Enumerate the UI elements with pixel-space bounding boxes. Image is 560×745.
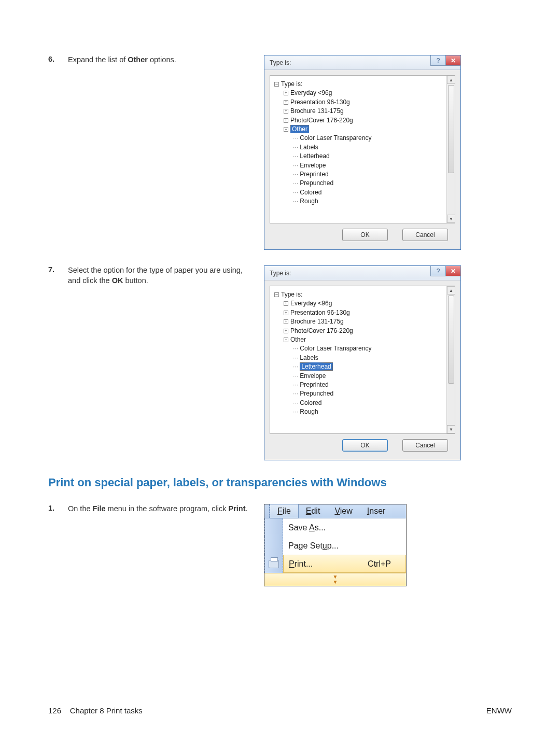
scrollbar[interactable]: ▲ ▼ <box>446 286 455 433</box>
tree-item-envelope[interactable]: ··· Envelope <box>274 372 453 381</box>
tree-item-presentation[interactable]: +Presentation 96-130g <box>274 98 453 107</box>
menubar-grip-icon[interactable] <box>264 504 270 518</box>
footer-right: ENWW <box>486 706 512 715</box>
menu-icon-slot <box>264 555 283 573</box>
tree-item-presentation[interactable]: +Presentation 96-130g <box>274 308 453 317</box>
collapse-icon[interactable]: − <box>274 292 279 297</box>
type-is-dialog-expanded-other: Type is: ? ✕ −Type is: +Everyday <96g +P… <box>264 55 461 250</box>
step-7: 7. Select the option for the type of pap… <box>48 265 249 286</box>
menubar: File Edit View Inser <box>264 504 406 518</box>
menubar-item-edit[interactable]: Edit <box>299 504 328 518</box>
expand-icon[interactable]: + <box>284 109 288 114</box>
tree-item-labels[interactable]: ··· Labels <box>274 143 453 152</box>
tree-item-photo[interactable]: +Photo/Cover 176-220g <box>274 327 453 335</box>
tree-item-brochure[interactable]: +Brochure 131-175g <box>274 317 453 326</box>
tree-item-everyday[interactable]: +Everyday <96g <box>274 89 453 97</box>
scroll-thumb[interactable] <box>448 85 454 173</box>
page-number: 126 <box>48 706 61 715</box>
tree-item-rough[interactable]: ··· Rough <box>274 197 453 206</box>
step-text: button. <box>123 276 148 285</box>
collapse-icon[interactable]: − <box>284 127 288 132</box>
expand-icon[interactable]: + <box>284 311 288 315</box>
tree-item-brochure[interactable]: +Brochure 131-175g <box>274 107 453 116</box>
scroll-down-icon[interactable]: ▼ <box>447 215 455 223</box>
step-bold: OK <box>112 276 123 285</box>
dialog-titlebar[interactable]: Type is: ? ✕ <box>264 266 460 280</box>
tree-item-photo[interactable]: +Photo/Cover 176-220g <box>274 116 453 125</box>
scroll-down-icon[interactable]: ▼ <box>447 425 455 433</box>
scroll-thumb[interactable] <box>448 296 454 384</box>
chevron-down-icon: ▼▼ <box>333 574 338 585</box>
dialog-title: Type is: <box>270 270 291 277</box>
step-text: options. <box>148 55 176 64</box>
scroll-up-icon[interactable]: ▲ <box>447 286 455 294</box>
tree-pane: −Type is: +Everyday <96g +Presentation 9… <box>270 286 455 434</box>
expand-icon[interactable]: + <box>284 118 288 123</box>
cancel-button[interactable]: Cancel <box>402 439 448 452</box>
step-body: Select the option for the type of paper … <box>68 265 249 286</box>
tree-item-color-laser-transparency[interactable]: ··· Color Laser Transparency <box>274 134 453 143</box>
cancel-button[interactable]: Cancel <box>402 229 448 241</box>
close-button[interactable]: ✕ <box>445 266 461 276</box>
menubar-item-view[interactable]: View <box>327 504 359 518</box>
step-bold: Other <box>128 55 148 64</box>
tree-item-prepunched[interactable]: ··· Prepunched <box>274 179 453 188</box>
expand-icon[interactable]: + <box>284 301 288 306</box>
tree-item-envelope[interactable]: ··· Envelope <box>274 161 453 170</box>
tree-item-other[interactable]: −Other <box>274 125 453 134</box>
tree-item-colored[interactable]: ··· Colored <box>274 188 453 197</box>
expand-icon[interactable]: + <box>284 319 288 324</box>
tree-root[interactable]: −Type is: <box>274 80 453 89</box>
scroll-up-icon[interactable]: ▲ <box>447 76 455 84</box>
menu-icon-slot <box>264 537 283 555</box>
help-button[interactable]: ? <box>430 55 446 66</box>
expand-icon[interactable]: + <box>284 91 288 95</box>
ok-button[interactable]: OK <box>342 439 388 452</box>
tree-item-colored[interactable]: ··· Colored <box>274 399 453 407</box>
collapse-icon[interactable]: − <box>284 338 288 342</box>
collapse-icon[interactable]: − <box>274 82 279 87</box>
help-button[interactable]: ? <box>430 266 446 276</box>
menubar-item-insert[interactable]: Inser <box>360 504 389 518</box>
ok-button[interactable]: OK <box>342 229 388 241</box>
type-is-dialog-letterhead-selected: Type is: ? ✕ −Type is: +Everyday <96g +P… <box>264 265 461 460</box>
close-icon: ✕ <box>451 57 456 64</box>
tree-item-prepunched[interactable]: ··· Prepunched <box>274 389 453 398</box>
tree-item-everyday[interactable]: +Everyday <96g <box>274 299 453 308</box>
tree-item-preprinted[interactable]: ··· Preprinted <box>274 381 453 389</box>
step-body: On the File menu in the software program… <box>68 504 249 514</box>
menu-item-print[interactable]: Print... Ctrl+P <box>283 555 406 573</box>
step-text: Select the option for the type of paper … <box>68 266 243 285</box>
tree-item-preprinted[interactable]: ··· Preprinted <box>274 170 453 179</box>
tree-item-letterhead[interactable]: ··· Letterhead <box>274 362 453 371</box>
tree-pane: −Type is: +Everyday <96g +Presentation 9… <box>270 75 455 223</box>
close-button[interactable]: ✕ <box>445 55 461 66</box>
step-number: 7. <box>48 265 63 286</box>
tree-root[interactable]: −Type is: <box>274 290 453 299</box>
scrollbar[interactable]: ▲ ▼ <box>446 76 455 223</box>
menubar-item-file[interactable]: File <box>270 504 299 518</box>
printer-icon <box>269 560 279 568</box>
step-1: 1. On the File menu in the software prog… <box>48 504 249 514</box>
tree-item-color-laser-transparency[interactable]: ··· Color Laser Transparency <box>274 344 453 353</box>
menu-expand-button[interactable]: ▼▼ <box>264 573 406 586</box>
step-number: 6. <box>48 55 63 65</box>
step-bold: Print <box>228 504 245 513</box>
file-menu-dropdown: Save As... Page Setup... Print... Ctrl+P <box>264 518 406 573</box>
section-heading: Print on special paper, labels, or trans… <box>48 476 512 489</box>
tree-item-labels[interactable]: ··· Labels <box>274 354 453 362</box>
expand-icon[interactable]: + <box>284 329 288 333</box>
menu-item-save-as[interactable]: Save As... <box>283 518 406 537</box>
file-menu-screenshot: File Edit View Inser Save As... Page Set… <box>264 504 407 586</box>
menu-icon-slot <box>264 518 283 537</box>
step-text: On the <box>68 504 93 513</box>
tree-item-other[interactable]: −Other <box>274 335 453 344</box>
step-6: 6. Expand the list of Other options. <box>48 55 249 65</box>
dialog-titlebar[interactable]: Type is: ? ✕ <box>264 55 460 70</box>
step-number: 1. <box>48 504 63 514</box>
step-text: menu in the software program, click <box>106 504 229 513</box>
tree-item-rough[interactable]: ··· Rough <box>274 407 453 416</box>
tree-item-letterhead[interactable]: ··· Letterhead <box>274 152 453 161</box>
expand-icon[interactable]: + <box>284 100 288 105</box>
menu-item-page-setup[interactable]: Page Setup... <box>283 537 406 555</box>
